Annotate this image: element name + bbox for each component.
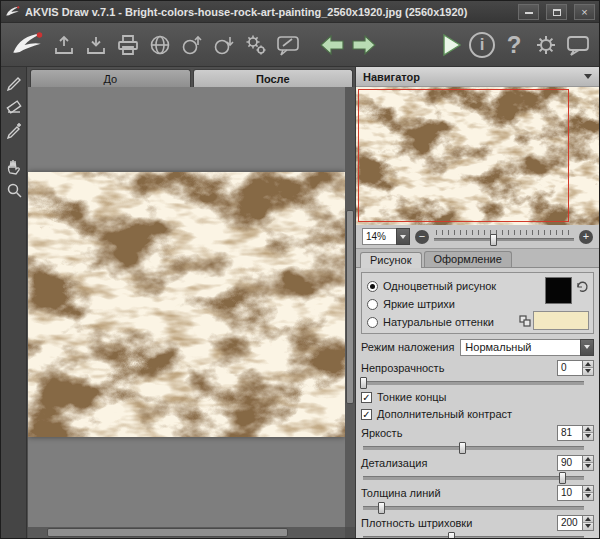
detail-slider-thumb[interactable] xyxy=(559,472,566,484)
reset-colors-icon[interactable] xyxy=(576,280,589,298)
run-icon[interactable] xyxy=(435,29,465,61)
batch-processing-icon[interactable] xyxy=(241,29,271,61)
stroke-width-slider[interactable] xyxy=(363,506,584,510)
maximize-icon xyxy=(553,9,561,16)
zoom-tool-icon[interactable] xyxy=(4,180,24,200)
publish-web-icon[interactable] xyxy=(177,29,207,61)
checkbox-thin-ends[interactable]: ✓ Тонкие концы xyxy=(361,389,594,405)
blend-mode-row: Режим наложения Нормальный xyxy=(361,337,594,357)
maximize-button[interactable] xyxy=(546,4,567,20)
paper-color-swatch[interactable] xyxy=(533,311,589,330)
result-image xyxy=(28,172,345,437)
eraser-tool-icon[interactable] xyxy=(4,96,24,116)
hand-tool-icon[interactable] xyxy=(4,156,24,176)
stroke-width-spinner[interactable]: 10 xyxy=(557,485,594,501)
hatching-density-spinner[interactable]: 200 xyxy=(557,515,594,531)
zoom-dropdown[interactable]: 14% xyxy=(362,228,410,245)
feedback-bubble-icon[interactable] xyxy=(563,29,593,61)
info-icon[interactable]: i xyxy=(467,29,497,61)
image-viewport[interactable] xyxy=(28,87,345,527)
redo-icon[interactable] xyxy=(349,29,379,61)
image-view-area: До После xyxy=(28,67,355,538)
zoom-slider-thumb[interactable] xyxy=(490,234,497,246)
radio-icon xyxy=(367,299,378,310)
print-icon[interactable] xyxy=(113,29,143,61)
tab-decoration[interactable]: Оформление xyxy=(424,251,512,267)
sketch-style-group: Одноцветный рисунок Яркие штрихи Натурал… xyxy=(361,272,594,334)
titlebar[interactable]: AKVIS Draw v.7.1 - Bright-colors-house-r… xyxy=(1,1,599,23)
right-panel: Навигатор 14% − + Рисунок О xyxy=(355,67,599,538)
opacity-spinner[interactable]: 0 xyxy=(557,360,594,376)
preferences-gear-icon[interactable] xyxy=(531,29,561,61)
vertical-scrollbar[interactable] xyxy=(345,87,355,527)
spin-down-icon[interactable] xyxy=(583,462,593,470)
zoom-controls: 14% − + xyxy=(356,225,599,249)
blend-dropdown-arrow-icon[interactable] xyxy=(580,339,594,356)
main-toolbar: i ? xyxy=(1,23,599,67)
stroke-width-slider-thumb[interactable] xyxy=(378,502,385,514)
navigator-collapse-icon[interactable] xyxy=(584,74,592,79)
save-image-icon[interactable] xyxy=(81,29,111,61)
undo-icon[interactable] xyxy=(317,29,347,61)
radio-icon xyxy=(367,317,378,328)
navigator-header[interactable]: Навигатор xyxy=(356,67,599,87)
pencil-tool-icon[interactable] xyxy=(4,72,24,92)
history-brush-tool-icon[interactable] xyxy=(4,120,24,140)
akvis-bird-logo-icon xyxy=(7,29,47,61)
zoom-out-button[interactable]: − xyxy=(415,230,429,244)
export-web-icon[interactable] xyxy=(209,29,239,61)
horizontal-scrollbar-thumb[interactable] xyxy=(47,528,288,537)
navigator-title: Навигатор xyxy=(363,71,420,83)
navigator-view-frame[interactable] xyxy=(358,89,569,222)
stroke-color-swatch[interactable] xyxy=(545,277,572,304)
hatching-density-row: Плотность штриховки 200 xyxy=(361,514,594,531)
detail-spinner[interactable]: 90 xyxy=(557,455,594,471)
blend-mode-value: Нормальный xyxy=(460,339,580,356)
zoom-slider-ticks xyxy=(436,230,572,235)
minimize-button[interactable] xyxy=(518,4,539,20)
opacity-label: Непрозрачность xyxy=(361,362,557,374)
zoom-dropdown-arrow-icon[interactable] xyxy=(396,228,410,245)
brightness-slider-thumb[interactable] xyxy=(459,442,466,454)
vertical-scrollbar-thumb[interactable] xyxy=(346,210,354,404)
opacity-slider[interactable] xyxy=(363,381,584,385)
navigator-thumbnail[interactable] xyxy=(356,87,599,225)
zoom-value: 14% xyxy=(362,228,396,245)
help-icon[interactable]: ? xyxy=(499,29,529,61)
spin-down-icon[interactable] xyxy=(583,367,593,375)
spin-down-icon[interactable] xyxy=(583,522,593,530)
checkbox-extra-contrast[interactable]: ✓ Дополнительный контраст xyxy=(361,406,594,422)
spin-down-icon[interactable] xyxy=(583,492,593,500)
before-after-tabs: До После xyxy=(28,67,355,87)
spin-down-icon[interactable] xyxy=(583,432,593,440)
zoom-slider[interactable] xyxy=(434,230,574,244)
brightness-slider[interactable] xyxy=(363,446,584,450)
stroke-width-row: Толщина линий 10 xyxy=(361,484,594,501)
color-swatches xyxy=(515,276,589,330)
swap-colors-icon[interactable] xyxy=(519,315,531,327)
checkbox-icon: ✓ xyxy=(361,409,372,420)
hatching-density-slider[interactable] xyxy=(363,536,584,538)
blend-mode-label: Режим наложения xyxy=(361,341,454,353)
scrollbar-corner xyxy=(345,527,355,538)
tab-after[interactable]: После xyxy=(193,69,354,87)
opacity-row: Непрозрачность 0 xyxy=(361,359,594,376)
window-title: AKVIS Draw v.7.1 - Bright-colors-house-r… xyxy=(25,6,511,18)
detail-slider[interactable] xyxy=(363,476,584,480)
brightness-row: Яркость 81 xyxy=(361,424,594,441)
checkbox-icon: ✓ xyxy=(361,392,372,403)
share-icon[interactable] xyxy=(145,29,175,61)
open-image-icon[interactable] xyxy=(49,29,79,61)
blend-mode-dropdown[interactable]: Нормальный xyxy=(460,339,594,356)
close-button[interactable]: × xyxy=(574,4,595,20)
horizontal-scrollbar[interactable] xyxy=(28,527,345,538)
tab-drawing[interactable]: Рисунок xyxy=(360,252,422,268)
tab-before[interactable]: До xyxy=(30,69,191,87)
opacity-slider-thumb[interactable] xyxy=(360,377,367,389)
brightness-spinner[interactable]: 81 xyxy=(557,425,594,441)
draw-on-image-icon[interactable] xyxy=(273,29,303,61)
settings-body: Одноцветный рисунок Яркие штрихи Натурал… xyxy=(356,269,599,538)
app-logo-icon xyxy=(5,5,20,19)
hatching-density-slider-thumb[interactable] xyxy=(448,532,455,538)
zoom-in-button[interactable]: + xyxy=(579,230,593,244)
